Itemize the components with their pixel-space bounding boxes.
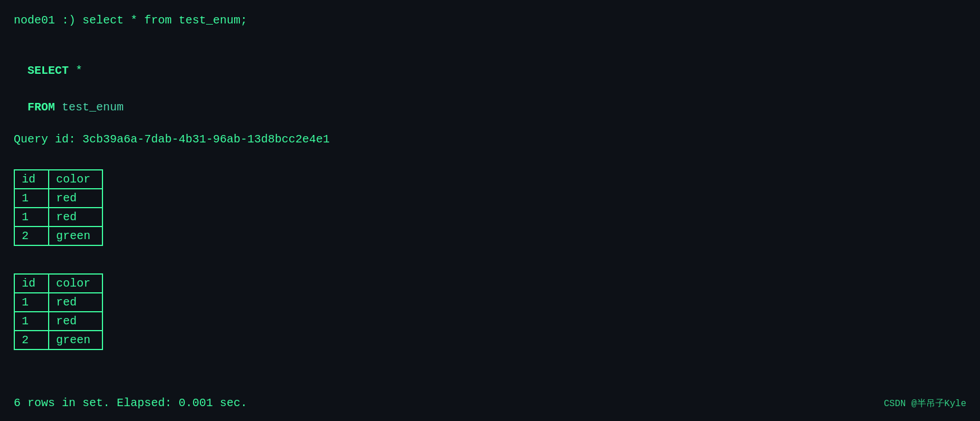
- table-name-text: test_enum: [55, 101, 124, 114]
- table-row: 1 red: [14, 293, 102, 312]
- table2-col-id: id: [14, 274, 49, 293]
- table-row: 2 green: [14, 331, 102, 349]
- table2-row2-id: 1: [14, 312, 49, 331]
- query-id-line: Query id: 3cb39a6a-7dab-4b31-96ab-13d8bc…: [14, 130, 966, 149]
- table2-col-color: color: [49, 274, 102, 293]
- table2-row3-id: 2: [14, 331, 49, 349]
- table2-row3-color: green: [49, 331, 102, 349]
- table1-col-id: id: [14, 170, 49, 189]
- table1-row3-id: 2: [14, 227, 49, 245]
- table1-row2-color: red: [49, 208, 102, 227]
- table-row: 1 red: [14, 208, 102, 227]
- table2-row2-color: red: [49, 312, 102, 331]
- table-row: 1 red: [14, 312, 102, 331]
- result-table-1: id color 1 red 1 red 2 green: [14, 169, 103, 246]
- prompt-line: node01 :) select * from test_enum;: [14, 11, 966, 30]
- result-table-2: id color 1 red 1 red 2 green: [14, 273, 103, 350]
- keyword-select: SELECT: [27, 64, 69, 77]
- table-row: 1 red: [14, 189, 102, 208]
- footer-text: 6 rows in set. Elapsed: 0.001 sec.: [14, 396, 247, 410]
- from-line: FROM test_enum: [14, 80, 966, 117]
- table1-col-color: color: [49, 170, 102, 189]
- table1-header-row: id color: [14, 170, 102, 189]
- table1-row3-color: green: [49, 227, 102, 245]
- table-row: 2 green: [14, 227, 102, 245]
- table1-row1-id: 1: [14, 189, 49, 208]
- watermark-text: CSDN @半吊子Kyle: [884, 398, 966, 410]
- table1-row1-color: red: [49, 189, 102, 208]
- star-text: *: [69, 64, 82, 77]
- table1-row2-id: 1: [14, 208, 49, 227]
- table2-header-row: id color: [14, 274, 102, 293]
- select-line: SELECT *: [14, 43, 966, 80]
- table2-row1-color: red: [49, 293, 102, 312]
- keyword-from: FROM: [27, 101, 55, 114]
- table2-row1-id: 1: [14, 293, 49, 312]
